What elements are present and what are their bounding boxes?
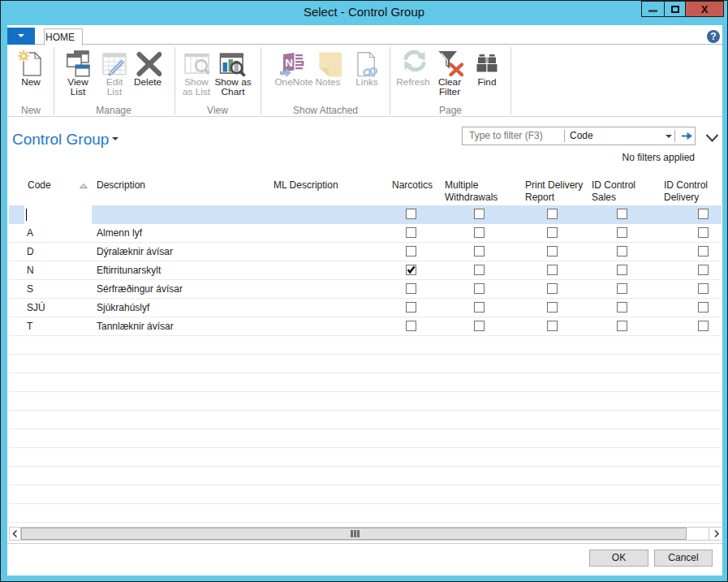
svg-text:N: N bbox=[285, 57, 293, 69]
